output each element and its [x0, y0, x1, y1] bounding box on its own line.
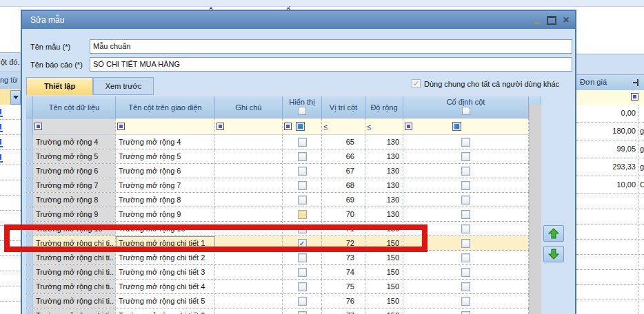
- cell-note[interactable]: [215, 135, 283, 149]
- header-data-column[interactable]: Tên cột dữ liệu: [33, 96, 116, 118]
- filter-icon[interactable]: [631, 93, 638, 101]
- table-row[interactable]: 0,00: [576, 105, 644, 123]
- cell-width[interactable]: 130: [365, 164, 403, 178]
- visible-checkbox[interactable]: [298, 253, 307, 262]
- cell-data-column-name[interactable]: Trường mở rộng chi ti..: [33, 265, 116, 279]
- fixed-checkbox[interactable]: [461, 297, 470, 306]
- cell-note[interactable]: [215, 164, 283, 178]
- header-ui-column[interactable]: Tên cột trên giao diện: [116, 96, 215, 118]
- filter-width[interactable]: ≤: [365, 118, 403, 135]
- cell-note[interactable]: [215, 149, 283, 163]
- table-row[interactable]: Trường mở rộng 5 Trường mở rộng 5 66 130: [26, 149, 541, 164]
- row-indicator[interactable]: [26, 149, 33, 163]
- cell-ui-column-name[interactable]: Trường mở rộng chi tiết 4: [116, 280, 215, 293]
- cell-position[interactable]: 70: [322, 207, 365, 221]
- cell-position[interactable]: 67: [322, 164, 365, 178]
- filter-fixed[interactable]: [403, 118, 529, 135]
- cell-fixed[interactable]: [403, 193, 529, 207]
- cell-data-column-name[interactable]: Trường mở rộng chi ti..: [33, 251, 116, 264]
- fixed-all-checkbox[interactable]: [462, 107, 470, 115]
- row-indicator[interactable]: [26, 193, 33, 207]
- header-position[interactable]: Vị trí cột: [322, 96, 365, 118]
- maximize-icon[interactable]: [547, 16, 556, 25]
- cell-note[interactable]: [215, 193, 283, 207]
- cell-visible[interactable]: [283, 294, 322, 308]
- cell-fixed[interactable]: [403, 178, 529, 192]
- cell-width[interactable]: 150: [365, 280, 403, 293]
- background-filter-cell[interactable]: [576, 90, 644, 105]
- cell-fixed[interactable]: [403, 308, 529, 314]
- cell-data-column-name[interactable]: Trường mở rộng 6: [33, 164, 116, 178]
- cell-ui-column-name[interactable]: Trường mở rộng 9: [116, 207, 215, 221]
- link-fragment[interactable]: [0, 123, 3, 132]
- filter-icon[interactable]: [34, 123, 42, 130]
- background-filter-cell[interactable]: [0, 89, 21, 105]
- cell-ui-column-name[interactable]: Trường mở rộng chi tiết 5: [116, 294, 215, 308]
- fixed-checkbox[interactable]: [461, 268, 470, 277]
- cell-ui-column-name[interactable]: Trường mở rộng 6: [116, 164, 215, 178]
- fixed-checkbox[interactable]: [461, 138, 470, 147]
- table-row[interactable]: Trường mở rộng chi ti.. Trường mở rộng c…: [26, 294, 541, 308]
- cell-fixed[interactable]: [403, 135, 529, 149]
- less-equal-operator[interactable]: ≤: [323, 123, 328, 131]
- table-row[interactable]: Trường mở rộng chi ti.. Trường mở rộng c…: [26, 280, 541, 294]
- row-indicator[interactable]: [26, 280, 33, 293]
- row-indicator[interactable]: [26, 178, 33, 192]
- header-fixed[interactable]: Cố định cột: [403, 96, 529, 118]
- header-note[interactable]: Ghi chú: [215, 96, 283, 118]
- filter-ui-column[interactable]: [116, 118, 215, 135]
- row-indicator[interactable]: [26, 251, 33, 264]
- cell-position[interactable]: 68: [322, 178, 365, 192]
- table-row[interactable]: 99,05 g: [576, 140, 644, 158]
- close-icon[interactable]: ✕: [563, 16, 570, 24]
- cell-width[interactable]: 130: [365, 193, 403, 207]
- table-row[interactable]: Trường mở rộng chi ti.. Trường mở rộng c…: [26, 265, 541, 280]
- table-row[interactable]: Trường mở rộng 4 Trường mở rộng 4 65 130: [26, 135, 541, 149]
- cell-visible[interactable]: [283, 265, 322, 279]
- table-row[interactable]: Trường mở rộng chi ti.. Trường mở rộng c…: [26, 251, 541, 265]
- cell-visible[interactable]: [283, 164, 322, 178]
- filter-data-column[interactable]: [33, 118, 116, 135]
- fixed-checkbox[interactable]: [461, 181, 470, 190]
- cell-fixed[interactable]: [403, 207, 529, 221]
- table-row[interactable]: Trường mở rộng 8 Trường mở rộng 8 69 130: [26, 193, 541, 207]
- cell-note[interactable]: [215, 207, 283, 221]
- cell-width[interactable]: 130: [365, 178, 403, 192]
- cell-visible[interactable]: [283, 280, 322, 293]
- filter-icon[interactable]: [405, 123, 412, 130]
- less-equal-operator[interactable]: ≤: [367, 123, 371, 131]
- visible-checkbox[interactable]: [298, 311, 307, 314]
- visible-checkbox[interactable]: [298, 210, 307, 219]
- share-checkbox[interactable]: ✓: [412, 79, 421, 88]
- cell-note[interactable]: [215, 308, 283, 314]
- cell-fixed[interactable]: [403, 149, 529, 163]
- cell-ui-column-name[interactable]: Trường mở rộng chi tiết 3: [116, 265, 215, 279]
- row-indicator[interactable]: [26, 164, 33, 178]
- visible-checkbox[interactable]: [298, 152, 307, 161]
- filter-icon[interactable]: [117, 123, 125, 130]
- move-down-button[interactable]: [543, 246, 564, 262]
- table-row[interactable]: Trường mở rộng 7 Trường mở rộng 7 68 130: [26, 178, 541, 193]
- move-up-button[interactable]: [543, 225, 564, 242]
- list-item[interactable]: [0, 120, 21, 135]
- cell-data-column-name[interactable]: Trường mở rộng 7: [33, 178, 116, 192]
- row-indicator[interactable]: [26, 135, 33, 149]
- minimize-icon[interactable]: [534, 22, 541, 24]
- fixed-checkbox[interactable]: [461, 224, 470, 233]
- cell-position[interactable]: 77: [322, 308, 365, 314]
- cell-data-column-name[interactable]: Trường mở rộng chi ti..: [33, 308, 116, 314]
- report-name-input[interactable]: SỔ CHI TIẾT MUA HÀNG: [90, 57, 572, 72]
- vertical-scrollbar[interactable]: [529, 105, 541, 314]
- row-indicator[interactable]: [26, 308, 33, 314]
- list-item[interactable]: [0, 105, 21, 120]
- push-pin-icon[interactable]: [633, 79, 639, 86]
- cell-visible[interactable]: [283, 149, 322, 163]
- cell-data-column-name[interactable]: Trường mở rộng 9: [33, 207, 116, 221]
- visible-checkbox[interactable]: [298, 282, 307, 291]
- cell-data-column-name[interactable]: Trường mở rộng 5: [33, 149, 116, 163]
- cell-width[interactable]: 150: [365, 251, 403, 264]
- filter-note[interactable]: [215, 118, 283, 135]
- cell-width[interactable]: 150: [365, 294, 403, 308]
- cell-ui-column-name[interactable]: Trường mở rộng 7: [116, 178, 215, 192]
- cell-data-column-name[interactable]: Trường mở rộng 8: [33, 193, 116, 207]
